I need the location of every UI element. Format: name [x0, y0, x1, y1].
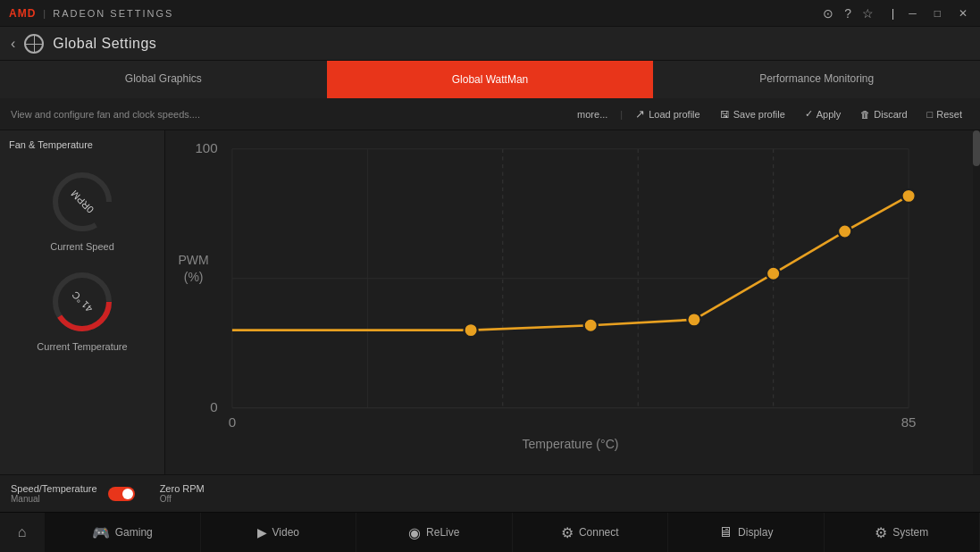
tab-performance-monitoring[interactable]: Performance Monitoring — [653, 61, 980, 98]
gaming-icon: 🎮 — [92, 524, 110, 541]
nav-system[interactable]: ⚙ System — [825, 513, 981, 552]
nav-video-label: Video — [272, 526, 299, 539]
nav-relive-label: ReLive — [426, 526, 459, 539]
reset-button[interactable]: □ Reset — [920, 106, 969, 122]
zerorpm-title: Zero RPM — [160, 483, 205, 494]
nav-gaming[interactable]: 🎮 Gaming — [45, 513, 201, 552]
more-button[interactable]: more... — [570, 106, 615, 122]
save-profile-button[interactable]: 🖫 Save profile — [713, 106, 792, 122]
svg-text:PWM: PWM — [178, 253, 208, 267]
temp-gauge-container: 41 °C Current Temperature — [37, 266, 127, 352]
globe-icon — [24, 34, 44, 54]
svg-text:0: 0 — [210, 399, 217, 414]
zerorpm-value: Off — [160, 494, 205, 504]
speedtemp-title: Speed/Temperature — [11, 483, 97, 494]
zerorpm-container: Zero RPM Off — [160, 483, 205, 504]
titlebar-left: AMD | RADEON SETTINGS — [9, 7, 173, 20]
rpm-gauge: 0RPM — [46, 166, 118, 238]
speedtemp-subtitle: Manual — [11, 494, 97, 504]
scrollbar-track[interactable] — [973, 130, 980, 474]
reset-label: Reset — [936, 109, 962, 120]
tab-global-wattman[interactable]: Global WattMan — [327, 61, 654, 98]
speedtemp-toggle[interactable] — [108, 487, 135, 501]
svg-point-27 — [902, 189, 916, 203]
nav-video[interactable]: ▶ Video — [201, 513, 357, 552]
save-profile-label: Save profile — [733, 109, 785, 120]
video-icon: ▶ — [257, 525, 267, 539]
radeon-settings-text: RADEON SETTINGS — [53, 8, 173, 19]
svg-text:41 °C: 41 °C — [70, 289, 95, 314]
load-profile-button[interactable]: ↗ Load profile — [628, 105, 708, 123]
titlebar: AMD | RADEON SETTINGS ⊙ ? ☆ | ─ □ ✕ — [0, 0, 980, 27]
amd-logo: AMD — [9, 7, 36, 20]
close-button[interactable]: ✕ — [955, 7, 971, 20]
page-title: Global Settings — [53, 36, 156, 52]
chart-area: 100 0 0 85 PWM (%) Temperature (°C) — [165, 130, 980, 474]
separator: | — [43, 8, 46, 19]
svg-point-22 — [465, 323, 478, 337]
fan-chart[interactable]: 100 0 0 85 PWM (%) Temperature (°C) — [174, 139, 967, 465]
nav-connect[interactable]: ⚙ Connect — [513, 513, 669, 552]
svg-point-23 — [584, 319, 598, 332]
nav-gaming-label: Gaming — [115, 526, 153, 539]
temp-gauge: 41 °C — [46, 266, 118, 338]
speedtemp-bar: Speed/Temperature Manual Zero RPM Off — [0, 474, 980, 512]
nav-connect-label: Connect — [579, 526, 619, 539]
record-icon[interactable]: ⊙ — [823, 6, 833, 21]
help-icon[interactable]: ? — [844, 6, 851, 21]
save-icon: 🖫 — [720, 109, 730, 120]
svg-point-25 — [766, 267, 780, 280]
nav-display-label: Display — [738, 526, 773, 539]
load-profile-icon: ↗ — [635, 107, 645, 121]
relive-icon: ◉ — [408, 524, 421, 541]
discard-icon: 🗑 — [860, 109, 870, 120]
scrollbar-thumb[interactable] — [973, 130, 980, 166]
nav-relive[interactable]: ◉ ReLive — [356, 513, 513, 552]
display-icon: 🖥 — [718, 524, 733, 540]
svg-point-26 — [838, 225, 851, 238]
discard-label: Discard — [874, 109, 907, 120]
toolbar: View and configure fan and clock speeds.… — [0, 98, 980, 130]
nav-system-label: System — [892, 526, 928, 539]
fan-temperature-sidebar: Fan & Temperature 0RPM Current Speed — [0, 130, 165, 474]
toggle-knob — [122, 489, 133, 499]
rpm-gauge-container: 0RPM Current Speed — [46, 166, 118, 252]
back-button[interactable]: ‹ — [11, 36, 15, 52]
discard-button[interactable]: 🗑 Discard — [853, 106, 914, 122]
star-icon[interactable]: ☆ — [862, 6, 874, 21]
maximize-button[interactable]: □ — [931, 7, 944, 20]
svg-text:Temperature (°C): Temperature (°C) — [523, 437, 619, 451]
apply-button[interactable]: ✓ Apply — [798, 105, 849, 122]
tab-global-graphics[interactable]: Global Graphics — [0, 61, 327, 98]
nav-home[interactable]: ⌂ — [0, 513, 45, 552]
check-icon: ✓ — [805, 108, 813, 120]
speedtemp-label: Speed/Temperature Manual — [11, 483, 97, 504]
load-profile-label: Load profile — [649, 109, 700, 120]
reset-icon: □ — [927, 109, 934, 120]
svg-text:0: 0 — [229, 414, 236, 430]
navbar: ‹ Global Settings — [0, 27, 980, 61]
toolbar-description: View and configure fan and clock speeds.… — [11, 109, 565, 120]
svg-text:100: 100 — [195, 140, 217, 155]
system-icon: ⚙ — [875, 524, 887, 541]
titlebar-right: ⊙ ? ☆ | ─ □ ✕ — [823, 6, 971, 21]
svg-point-24 — [687, 313, 700, 326]
main-content: Fan & Temperature 0RPM Current Speed — [0, 130, 980, 474]
svg-text:0RPM: 0RPM — [69, 188, 96, 215]
svg-text:(%): (%) — [184, 270, 204, 284]
apply-label: Apply — [817, 109, 842, 120]
home-icon: ⌂ — [18, 524, 27, 540]
nav-display[interactable]: 🖥 Display — [668, 513, 825, 552]
bottom-nav: ⌂ 🎮 Gaming ▶ Video ◉ ReLive ⚙ Connect 🖥 … — [0, 512, 980, 552]
minimize-button[interactable]: ─ — [905, 7, 920, 20]
connect-icon: ⚙ — [561, 524, 574, 541]
tab-bar: Global Graphics Global WattMan Performan… — [0, 61, 980, 98]
svg-text:85: 85 — [901, 414, 917, 430]
